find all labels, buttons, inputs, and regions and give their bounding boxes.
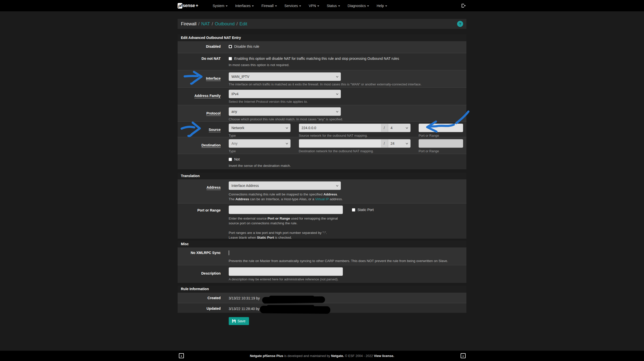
help-icon[interactable]: ? [457, 21, 463, 27]
field-label: No XMLRPC Sync [181, 251, 229, 263]
menu-services-label: Services [285, 4, 298, 8]
logo-pf-mark: pf [178, 3, 182, 9]
form-row-interface: Interface WAN_IPTV The interface on whic… [178, 70, 466, 87]
destination-type-value: Any [231, 141, 237, 145]
chevron-down-icon [336, 185, 339, 187]
checkbox-label: Disable this rule [234, 44, 259, 48]
not-checkbox[interactable] [229, 158, 232, 161]
no-xmlrpc-sync-checkbox[interactable] [229, 250, 229, 255]
save-button-label: Save [237, 319, 246, 323]
form-row-translation-address: Address Interface Address Connections ma… [178, 179, 466, 203]
panel-edit-nat-entry: Edit Advanced Outbound NAT Entry Disable… [178, 34, 466, 169]
form-row-destination: Destination Any Type / [178, 137, 466, 154]
page-footer: ▲ Netgate pfSense Plus is developed and … [0, 351, 644, 361]
destination-mask-select[interactable]: 24 [388, 139, 411, 148]
chevron-down-icon [299, 6, 301, 7]
menu-interfaces-label: Interfaces [235, 4, 251, 8]
form-row-source: Source Network Type / [178, 121, 466, 137]
menu-vpn[interactable]: VPN [305, 1, 323, 11]
breadcrumb: Firewall / NAT / Outbound / Edit ? [178, 19, 466, 29]
breadcrumb-link-nat[interactable]: NAT [201, 21, 210, 27]
field-label: Address Family [181, 94, 229, 103]
save-button[interactable]: Save [229, 317, 249, 325]
top-navbar: pf sense + System Interfaces Firewall Se… [0, 0, 644, 11]
menu-status-label: Status [327, 4, 337, 8]
menu-help[interactable]: Help [373, 1, 391, 11]
description-input[interactable] [229, 267, 343, 276]
form-row-address-family: Address Family IPv4 Select the Internet … [178, 87, 466, 105]
field-label: Destination [181, 143, 229, 152]
scroll-to-top-icon[interactable]: ▲ [461, 353, 466, 358]
sign-out-icon[interactable] [461, 2, 466, 9]
form-row-protocol: Protocol any Choose which protocol this … [178, 105, 466, 121]
chevron-down-icon [406, 127, 408, 129]
source-mask-select[interactable]: 4 [388, 124, 411, 132]
breadcrumb-link-outbound[interactable]: Outbound [215, 21, 235, 27]
chevron-down-icon [336, 76, 339, 78]
chevron-down-icon [286, 127, 288, 129]
menu-diagnostics-label: Diagnostics [348, 4, 366, 8]
form-row-xmlrpc-sync: No XMLRPC Sync Prevents the rule on Mast… [178, 247, 466, 265]
chevron-down-icon [338, 6, 340, 7]
protocol-select[interactable]: any [229, 107, 341, 116]
logo-sense-text: sense [183, 3, 195, 8]
panel-title: Edit Advanced Outbound NAT Entry [178, 34, 466, 41]
field-label: Updated [181, 306, 229, 311]
help-text: Connections matching this rule will be m… [229, 192, 463, 201]
scroll-to-top-icon[interactable]: ▲ [179, 353, 184, 358]
menu-system[interactable]: System [209, 1, 231, 11]
form-row-translation-port: Port or Range Static Port Enter the exte… [178, 203, 466, 239]
static-port-checkbox[interactable] [352, 208, 355, 212]
mask-separator: / [381, 124, 388, 132]
virtual-ip-link[interactable]: Virtual IP [315, 197, 329, 201]
field-caption: Destination network for the outbound NAT… [299, 149, 411, 153]
destination-port-input[interactable] [419, 139, 463, 148]
chevron-down-icon [252, 6, 254, 7]
menu-vpn-label: VPN [309, 4, 316, 8]
address-family-select[interactable]: IPv4 [229, 90, 341, 98]
field-label: Interface [181, 76, 229, 85]
help-text: Prevents the rule on Master from automat… [229, 259, 463, 263]
chevron-down-icon [226, 6, 228, 7]
menu-diagnostics[interactable]: Diagnostics [344, 1, 373, 11]
created-value: 3/13/22 10:31:19 by [229, 296, 260, 300]
menu-interfaces[interactable]: Interfaces [231, 1, 258, 11]
translation-address-select[interactable]: Interface Address [229, 181, 341, 190]
help-text: The interface on which traffic is matche… [229, 82, 463, 86]
pfsense-logo[interactable]: pf sense + [178, 3, 198, 9]
interface-select-value: WAN_IPTV [231, 75, 249, 79]
source-network-input[interactable] [299, 124, 381, 132]
source-port-input[interactable] [419, 124, 463, 132]
help-text: Select the Internet Protocol version thi… [229, 100, 463, 104]
do-not-nat-checkbox[interactable] [229, 57, 232, 60]
form-row-updated: Updated 3/13/22 11:28:40 by [178, 303, 466, 313]
disable-rule-checkbox[interactable] [229, 45, 232, 48]
field-label: Source [181, 128, 229, 135]
panel-rule-information: Rule Information Created 3/13/22 10:31:1… [178, 286, 466, 313]
checkbox-label: Enabling this option will disable NAT fo… [234, 57, 399, 61]
menu-firewall[interactable]: Firewall [258, 1, 280, 11]
form-row-description: Description A description may be entered… [178, 265, 466, 283]
help-text: A description may be entered here for ad… [229, 277, 463, 281]
field-label: Address [181, 185, 229, 201]
field-label: Disabled [181, 44, 229, 51]
mask-separator: / [381, 139, 388, 148]
source-mask-value: 4 [391, 126, 393, 130]
help-text: Invert the sense of the destination matc… [229, 163, 463, 168]
destination-mask-value: 24 [391, 141, 395, 145]
breadcrumb-link-edit[interactable]: Edit [239, 21, 247, 27]
menu-services[interactable]: Services [281, 1, 305, 11]
panel-title: Misc [178, 241, 466, 247]
field-label: Created [181, 296, 229, 301]
translation-port-input[interactable] [229, 205, 343, 214]
destination-type-select[interactable]: Any [229, 139, 291, 148]
destination-network-input[interactable] [299, 139, 381, 148]
checkbox-label: Static Port [357, 208, 374, 212]
view-license-link[interactable]: View license. [374, 354, 394, 358]
interface-select[interactable]: WAN_IPTV [229, 72, 341, 81]
menu-status[interactable]: Status [323, 1, 344, 11]
form-row-not: Not Invert the sense of the destination … [178, 154, 466, 169]
panel-title: Rule Information [178, 286, 466, 293]
source-type-select[interactable]: Network [229, 124, 291, 132]
chevron-down-icon [385, 6, 387, 7]
